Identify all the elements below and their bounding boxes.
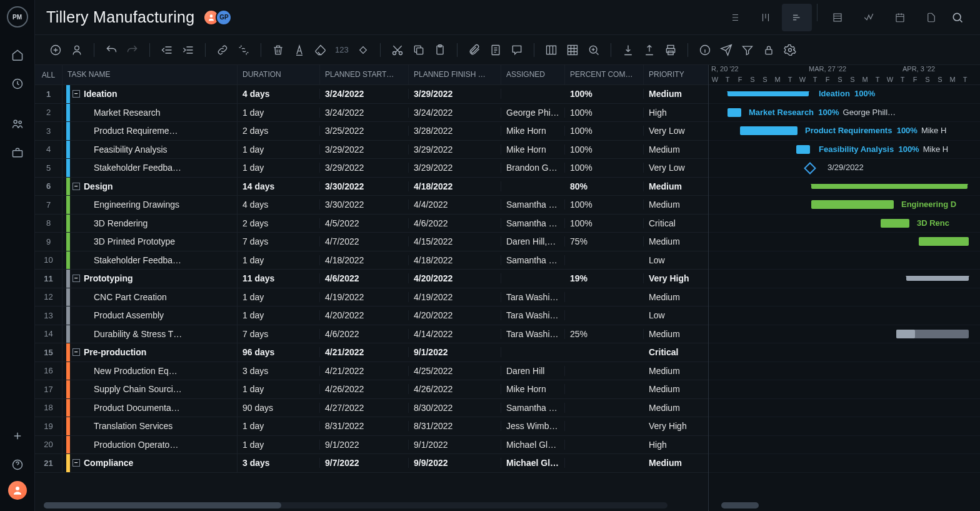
board-view-icon[interactable] (751, 4, 781, 31)
table-row[interactable]: 16 New Production Eq… 3 days 4/21/2022 4… (35, 362, 708, 381)
col-percent[interactable]: PERCENT COM… (565, 65, 644, 84)
export-icon[interactable] (640, 41, 659, 59)
col-duration[interactable]: DURATION (238, 65, 320, 84)
svg-rect-19 (546, 46, 556, 54)
paste-icon[interactable] (431, 41, 449, 59)
table-row[interactable]: 11 −Prototyping 11 days 4/6/2022 4/20/20… (35, 270, 708, 288)
top-bar: Tillery Manufacturing GP (35, 0, 980, 35)
svg-point-5 (16, 487, 19, 490)
svg-rect-22 (668, 45, 674, 48)
briefcase-icon[interactable] (5, 140, 30, 165)
member-avatars[interactable]: GP (207, 9, 232, 26)
table-row[interactable]: 21 −Compliance 3 days 9/7/2022 9/9/2022 … (35, 454, 708, 473)
search-icon[interactable] (946, 6, 969, 29)
horizontal-scrollbar[interactable] (44, 502, 668, 508)
table-row[interactable]: 2 Market Research 1 day 3/24/2022 3/24/2… (35, 104, 708, 123)
table-row[interactable]: 7 Engineering Drawings 4 days 3/30/2022 … (35, 196, 708, 215)
calendar-view-icon[interactable] (885, 4, 915, 31)
info-icon[interactable] (696, 41, 714, 59)
outdent-icon[interactable] (158, 41, 176, 59)
link-icon[interactable] (213, 41, 232, 59)
table-row[interactable]: 12 CNC Part Creation 1 day 4/19/2022 4/1… (35, 288, 708, 307)
gantt-body[interactable]: Ideation 100% Market Research 100%George… (709, 85, 980, 473)
grid-header: ALL TASK NAME DURATION PLANNED START… PL… (35, 65, 708, 85)
user-avatar[interactable] (8, 481, 27, 500)
table-row[interactable]: 10 Stakeholder Feedba… 1 day 4/18/2022 4… (35, 251, 708, 270)
col-priority[interactable]: PRIORITY (644, 65, 700, 84)
app-logo[interactable]: PM (7, 6, 28, 28)
table-row[interactable]: 13 Product Assembly 1 day 4/20/2022 4/20… (35, 306, 708, 325)
grid-icon[interactable] (563, 41, 582, 59)
home-icon[interactable] (5, 43, 30, 68)
table-row[interactable]: 14 Durability & Stress T… 7 days 4/6/202… (35, 325, 708, 344)
table-row[interactable]: 3 Product Requireme… 2 days 3/25/2022 3/… (35, 122, 708, 141)
help-icon[interactable] (5, 452, 30, 477)
gantt-chart[interactable]: R, 20 '22 MAR, 27 '22 APR, 3 '22 WTFSSMT… (709, 65, 980, 511)
table-row[interactable]: 4 Feasibility Analysis 1 day 3/29/2022 3… (35, 141, 708, 159)
task-grid: ALL TASK NAME DURATION PLANNED START… PL… (35, 65, 709, 511)
svg-point-2 (19, 121, 21, 123)
table-row[interactable]: 17 Supply Chain Sourci… 1 day 4/26/2022 … (35, 380, 708, 399)
svg-point-14 (399, 51, 402, 54)
sheet-view-icon[interactable] (822, 4, 852, 31)
indent-icon[interactable] (179, 41, 198, 59)
gantt-timeline-header: R, 20 '22 MAR, 27 '22 APR, 3 '22 WTFSSMT… (709, 65, 980, 85)
recent-icon[interactable] (5, 71, 30, 96)
delete-icon[interactable] (269, 41, 288, 59)
import-icon[interactable] (619, 41, 638, 59)
project-title: Tillery Manufacturing (46, 8, 194, 26)
redo-icon[interactable] (123, 41, 142, 59)
table-row[interactable]: 1 −Ideation 4 days 3/24/2022 3/29/2022 1… (35, 85, 708, 104)
col-task[interactable]: TASK NAME (62, 65, 238, 84)
svg-rect-15 (416, 48, 422, 54)
files-view-icon[interactable] (916, 4, 946, 31)
table-row[interactable]: 5 Stakeholder Feedba… 1 day 3/29/2022 3/… (35, 159, 708, 178)
avatar[interactable]: GP (216, 9, 232, 26)
col-all[interactable]: ALL (35, 65, 62, 84)
add-task-icon[interactable] (46, 41, 65, 59)
col-assigned[interactable]: ASSIGNED (501, 65, 565, 84)
svg-rect-8 (896, 14, 904, 21)
gantt-scrollbar[interactable] (721, 502, 759, 508)
lock-icon[interactable] (759, 41, 778, 59)
zoom-icon[interactable] (584, 41, 603, 59)
table-row[interactable]: 6 −Design 14 days 3/30/2022 4/18/2022 80… (35, 178, 708, 196)
svg-point-13 (392, 51, 396, 54)
grid-body[interactable]: 1 −Ideation 4 days 3/24/2022 3/29/2022 1… (35, 85, 708, 511)
unlink-icon[interactable] (234, 41, 253, 59)
columns-icon[interactable] (542, 41, 561, 59)
copy-icon[interactable] (409, 41, 428, 59)
milestone-icon[interactable] (354, 41, 372, 59)
text-color-icon[interactable] (290, 41, 309, 59)
add-icon[interactable] (5, 423, 30, 448)
svg-rect-20 (568, 45, 577, 54)
clear-format-icon[interactable] (311, 41, 330, 59)
table-row[interactable]: 19 Translation Services 1 day 8/31/2022 … (35, 417, 708, 436)
attachment-icon[interactable] (465, 41, 484, 59)
print-icon[interactable] (661, 41, 680, 59)
assign-icon[interactable] (68, 41, 86, 59)
col-start[interactable]: PLANNED START… (320, 65, 409, 84)
send-icon[interactable] (717, 41, 736, 59)
team-icon[interactable] (5, 111, 30, 136)
notes-icon[interactable] (486, 41, 505, 59)
svg-rect-26 (766, 49, 772, 54)
table-row[interactable]: 18 Product Documenta… 90 days 4/27/2022 … (35, 399, 708, 418)
table-row[interactable]: 15 −Pre-production 96 days 4/21/2022 9/1… (35, 343, 708, 362)
settings-icon[interactable] (781, 41, 799, 59)
table-row[interactable]: 9 3D Printed Prototype 7 days 4/7/2022 4… (35, 233, 708, 251)
table-row[interactable]: 8 3D Rendering 2 days 4/5/2022 4/6/2022 … (35, 215, 708, 233)
svg-point-9 (953, 13, 961, 21)
table-row[interactable]: 20 Production Operato… 1 day 9/1/2022 9/… (35, 436, 708, 455)
text-123: 123 (332, 45, 351, 54)
svg-rect-7 (834, 14, 841, 21)
dashboard-view-icon[interactable] (854, 4, 884, 31)
undo-icon[interactable] (102, 41, 121, 59)
cut-icon[interactable] (388, 41, 407, 59)
filter-icon[interactable] (738, 41, 757, 59)
list-view-icon[interactable] (719, 4, 749, 31)
gantt-view-icon[interactable] (782, 4, 812, 31)
col-finish[interactable]: PLANNED FINISH … (409, 65, 501, 84)
comments-icon[interactable] (508, 41, 526, 59)
view-tabs (719, 4, 946, 31)
